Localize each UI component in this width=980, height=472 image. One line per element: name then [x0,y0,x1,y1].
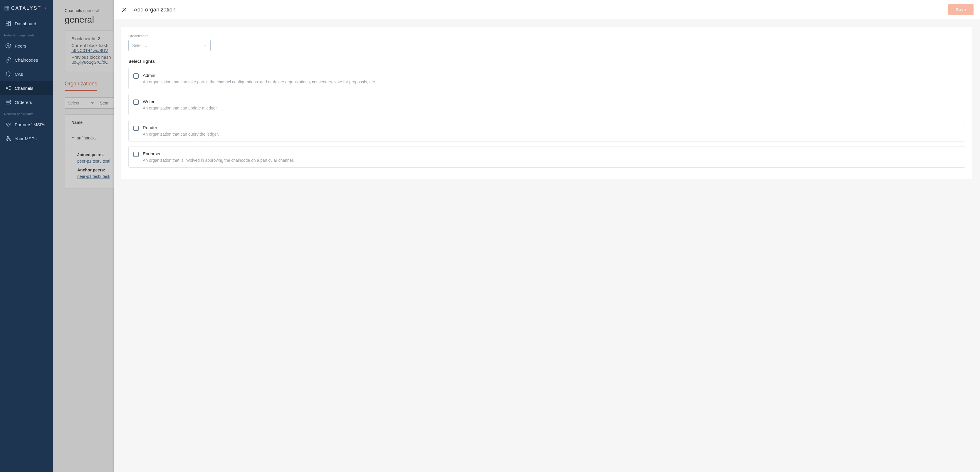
right-writer[interactable]: Writer An organization that can update a… [128,94,965,116]
nav-section-participants: Network participants [0,109,53,117]
nav-channels[interactable]: Channels [0,81,53,95]
save-button[interactable]: Save [948,4,974,15]
svg-rect-16 [6,100,11,101]
nav-dashboard[interactable]: Dashboard [0,16,53,30]
svg-rect-0 [5,6,9,10]
select-rights-title: Select rights [128,59,965,64]
dashboard-icon [5,21,11,27]
nav-chaincodes[interactable]: Chaincodes [0,53,53,67]
panel-card: Organization Select... Select rights Adm… [121,27,972,179]
svg-rect-6 [8,21,11,22]
logo: CATALYST [4,6,41,11]
nav-peers[interactable]: Peers [0,39,53,53]
nav-your-msps[interactable]: Your MSPs [0,131,53,146]
chevron-down-icon [203,43,207,48]
right-reader[interactable]: Reader An organization that can query th… [128,120,965,141]
nav-orderers[interactable]: Orderers [0,95,53,109]
svg-point-18 [7,101,7,101]
handshake-icon [5,122,11,127]
right-admin-desc: An organization that can take part in th… [143,79,960,84]
nav: Dashboard Network components Peers Chain… [0,16,53,146]
nav-section-components: Network components [0,30,53,39]
nav-partners-label: Partners' MSPs [15,122,45,127]
logo-text: CATALYST [11,6,41,11]
nav-peers-label: Peers [15,43,26,48]
organization-select[interactable]: Select... [128,40,211,51]
right-reader-title: Reader [143,125,960,130]
svg-rect-21 [6,140,8,141]
sidebar: CATALYST Dashboard Network components Pe… [0,0,53,472]
organization-field-label: Organization [128,34,965,38]
nav-channels-label: Channels [15,86,33,91]
right-reader-desc: An organization that can query the ledge… [143,132,960,136]
right-admin[interactable]: Admin An organization that can take part… [128,68,965,89]
sidebar-collapse-button[interactable] [43,5,49,11]
panel-body: Organization Select... Select rights Adm… [114,19,980,472]
right-writer-title: Writer [143,99,960,104]
svg-line-14 [7,86,10,88]
svg-rect-8 [6,24,8,26]
main: Channels / general general Block height:… [53,0,980,472]
nav-partners-msps[interactable]: Partners' MSPs [0,117,53,131]
svg-rect-20 [8,136,9,137]
right-admin-title: Admin [143,73,960,78]
logo-icon [4,6,10,11]
svg-rect-7 [8,23,11,25]
nav-chaincodes-label: Chaincodes [15,57,38,63]
server-icon [5,99,11,105]
svg-point-12 [10,86,10,87]
sidebar-header: CATALYST [0,3,53,16]
checkbox-writer[interactable] [134,100,138,105]
org-icon [5,136,11,141]
svg-line-15 [7,88,10,90]
nav-your-label: Your MSPs [15,136,37,141]
nav-cas-label: CAs [15,71,23,77]
svg-point-19 [7,103,7,104]
shield-icon [5,71,11,77]
svg-rect-5 [6,21,8,24]
right-endorser-title: Endorser [143,151,960,156]
cube-icon [5,43,11,49]
add-organization-panel: Add organization Save Organization Selec… [114,0,980,472]
close-button[interactable] [120,6,128,14]
checkbox-endorser[interactable] [134,152,138,157]
link-icon [5,57,11,63]
organization-select-placeholder: Select... [132,43,147,48]
panel-title: Add organization [134,6,176,13]
svg-point-13 [10,89,10,90]
checkbox-reader[interactable] [134,126,138,131]
nav-dashboard-label: Dashboard [15,21,36,26]
right-writer-desc: An organization that can update a ledger… [143,106,960,110]
right-endorser[interactable]: Endorser An organization that is involve… [128,146,965,168]
checkbox-admin[interactable] [134,73,138,79]
svg-rect-22 [9,140,11,141]
nav-orderers-label: Orderers [15,100,32,105]
right-endorser-desc: An organization that is involved in appr… [143,158,960,163]
close-icon [121,7,127,13]
network-icon [5,85,11,91]
svg-point-11 [6,87,7,88]
panel-header: Add organization Save [114,0,980,19]
svg-rect-17 [6,103,11,104]
nav-cas[interactable]: CAs [0,67,53,81]
